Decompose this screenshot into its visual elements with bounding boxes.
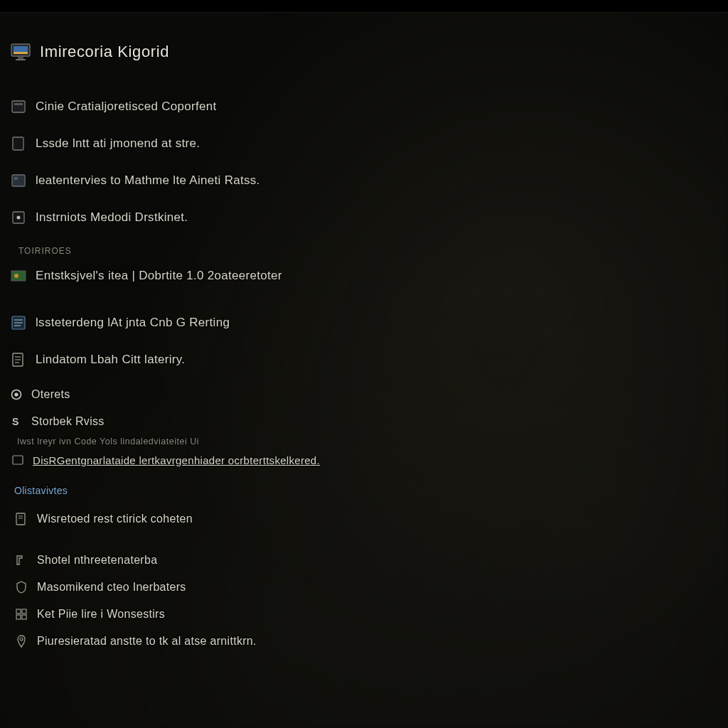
primary-item-1[interactable]: Lssde lntt ati jmonend at stre. xyxy=(10,135,722,152)
section1-item-2[interactable]: Lindatom Lbah Citt lateriry. xyxy=(10,351,722,368)
grid-icon xyxy=(14,607,28,621)
small-line: Iwst lreyr ivn Code Yols lindaledviateit… xyxy=(17,437,722,446)
svg-rect-5 xyxy=(12,101,25,112)
final-item-4-label: Piuresieratad anstte to tk al atse arnit… xyxy=(37,635,257,648)
svg-point-33 xyxy=(20,638,23,641)
start-menu-panel: Imirecoria Kigorid Cinie Cratialjoretisc… xyxy=(0,13,728,648)
options-label: Oterets xyxy=(31,388,70,401)
subheader-label: Olistavivtes xyxy=(14,485,68,496)
svg-rect-26 xyxy=(16,513,25,525)
tool-icon xyxy=(14,553,28,567)
shield-icon xyxy=(14,580,28,594)
storek-label: Storbek Rviss xyxy=(31,415,105,428)
header-row[interactable]: Imirecoria Kigorid xyxy=(10,41,722,63)
svg-point-11 xyxy=(17,216,21,220)
final-item-3-label: Ket Piie lire i Wonsestirs xyxy=(37,608,165,621)
primary-item-2-label: leatentervies to Mathme lte Aineti Ratss… xyxy=(36,173,260,188)
subheader-row: Olistavivtes xyxy=(14,485,722,496)
primary-item-3[interactable]: Instrniots Medodi Drstkinet. xyxy=(10,209,722,226)
svg-rect-30 xyxy=(22,609,26,614)
svg-point-13 xyxy=(14,274,18,278)
small-line-label: Iwst lreyr ivn Code Yols lindaledviateit… xyxy=(17,437,199,446)
svg-point-23 xyxy=(14,392,18,396)
section1-item-0[interactable]: Entstksjvel's itea | Dobrtite 1.0 2oatee… xyxy=(10,267,722,284)
dot-box-icon xyxy=(10,209,27,226)
final-item-2[interactable]: Masomikend cteo Inerbaters xyxy=(14,580,722,594)
primary-item-3-label: Instrniots Medodi Drstkinet. xyxy=(36,210,188,225)
final-item-3[interactable]: Ket Piie lire i Wonsestirs xyxy=(14,607,722,621)
list-icon xyxy=(10,314,27,331)
section1-item-1-label: lssteterdeng lAt jnta Cnb G Rerting xyxy=(36,316,230,330)
section1-item-2-label: Lindatom Lbah Citt lateriry. xyxy=(36,353,185,367)
svg-rect-32 xyxy=(22,615,26,619)
pin-icon xyxy=(14,634,28,648)
link-box-icon xyxy=(11,454,24,466)
final-item-1-label: Shotel nthreetenaterba xyxy=(37,554,157,567)
section1-item-0-label: Entstksjvel's itea | Dobrtite 1.0 2oatee… xyxy=(36,269,282,283)
svg-rect-3 xyxy=(18,57,23,59)
svg-rect-4 xyxy=(16,59,26,60)
svg-text:S: S xyxy=(12,416,18,427)
primary-item-2[interactable]: leatentervies to Mathme lte Aineti Ratss… xyxy=(10,172,722,189)
final-item-1[interactable]: Shotel nthreetenaterba xyxy=(14,553,722,567)
window-topbar xyxy=(0,0,728,13)
monitor-icon xyxy=(10,41,31,63)
box-icon xyxy=(10,98,27,115)
primary-item-0[interactable]: Cinie Cratialjoretisced Coporfent xyxy=(10,98,722,115)
note-icon xyxy=(10,135,27,152)
page-icon xyxy=(14,512,28,526)
document-icon xyxy=(10,351,27,368)
section-1-header: TOIRIROES xyxy=(18,246,722,256)
primary-item-0-label: Cinie Cratialjoretisced Coporfent xyxy=(36,100,217,114)
svg-rect-2 xyxy=(14,52,28,54)
svg-rect-29 xyxy=(16,609,21,614)
svg-rect-9 xyxy=(14,177,18,180)
link-line-label: DisRGentgnarlataide lertkavrgenhiader oc… xyxy=(33,454,320,466)
svg-rect-6 xyxy=(14,103,23,105)
link-line-link[interactable]: DisRGentgnarlataide lertkavrgenhiader oc… xyxy=(33,454,320,466)
primary-item-1-label: Lssde lntt ati jmonend at stre. xyxy=(36,136,200,151)
radio-icon xyxy=(10,388,23,401)
section1-item-1[interactable]: lssteterdeng lAt jnta Cnb G Rerting xyxy=(10,314,722,331)
header-title: Imirecoria Kigorid xyxy=(40,43,169,61)
svg-rect-25 xyxy=(13,456,23,464)
flag-icon xyxy=(10,267,27,284)
storek-row[interactable]: S Storbek Rviss xyxy=(10,415,722,428)
final-item-0-label: Wisretoed rest ctirick coheten xyxy=(37,513,193,525)
final-item-4[interactable]: Piuresieratad anstte to tk al atse arnit… xyxy=(14,634,722,648)
link-line[interactable]: DisRGentgnarlataide lertkavrgenhiader oc… xyxy=(11,454,722,466)
s-icon: S xyxy=(10,415,23,428)
svg-rect-31 xyxy=(16,615,21,619)
svg-rect-8 xyxy=(12,175,25,186)
final-item-0[interactable]: Wisretoed rest ctirick coheten xyxy=(14,512,722,526)
final-item-2-label: Masomikend cteo Inerbaters xyxy=(37,581,186,594)
tile-icon xyxy=(10,172,27,189)
svg-rect-7 xyxy=(13,137,23,150)
options-row[interactable]: Oterets xyxy=(10,388,722,401)
